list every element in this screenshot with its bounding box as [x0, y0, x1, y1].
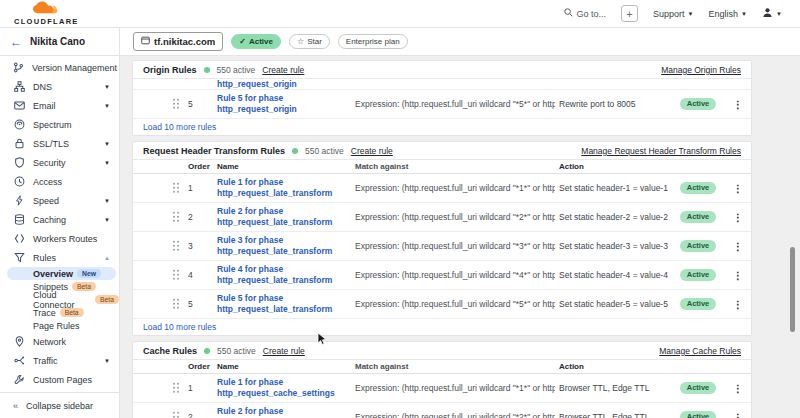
cloudflare-dashboard: CLOUDFLARE Go to... + Support ▼ English …: [0, 0, 800, 418]
match-cell: Expression: (http.request.full_uri wildc…: [353, 270, 555, 280]
match-cell: Expression: (http.request.full_uri wildc…: [353, 241, 555, 251]
scrollbar-thumb[interactable]: [790, 247, 795, 332]
sidebar-item-label: Traffic: [33, 356, 104, 366]
kebab-menu-icon[interactable]: ⋮: [725, 241, 751, 252]
sidebar-item-workers-routes[interactable]: Workers Routes: [0, 229, 119, 248]
drag-handle-icon[interactable]: [133, 98, 185, 110]
rule-name-line: Rule 3 for phase: [217, 235, 353, 246]
add-button[interactable]: +: [621, 5, 638, 22]
sidebar-item-caching[interactable]: Caching▼: [0, 210, 119, 229]
rule-name-link[interactable]: Rule 5 for phasehttp_request_origin: [217, 93, 353, 115]
badge-cell: Active: [671, 182, 725, 194]
drag-handle-icon[interactable]: [133, 382, 185, 394]
chevron-down-icon: ▼: [104, 141, 110, 147]
load-more-link[interactable]: Load 10 more rules: [143, 122, 216, 132]
sidebar-item-network[interactable]: Network: [0, 332, 119, 351]
sidebar-subitem-label: Page Rules: [33, 321, 80, 331]
active-dot-icon: [292, 148, 298, 154]
star-button[interactable]: ☆ Star: [289, 34, 330, 49]
action-cell: Set static header-3 = value-3: [555, 241, 671, 251]
top-bar: CLOUDFLARE Go to... + Support ▼ English …: [0, 0, 800, 28]
sidebar-item-cloud-connector[interactable]: Cloud ConnectorBeta: [0, 293, 119, 306]
section-title: Request Header Transform Rules: [143, 146, 285, 156]
search-icon: [564, 8, 573, 19]
sidebar-item-rules[interactable]: Rules▲: [0, 248, 119, 267]
load-more-link[interactable]: Load 10 more rules: [143, 322, 216, 332]
back-arrow-icon[interactable]: ←: [10, 36, 22, 48]
sidebar-item-page-rules[interactable]: Page Rules: [0, 319, 119, 332]
sidebar-item-traffic[interactable]: Traffic▼: [0, 351, 119, 370]
beta-badge: Beta: [95, 295, 119, 304]
action-cell: Set static header-1 = value-1: [555, 183, 671, 193]
security-icon: [13, 157, 25, 169]
sidebar-item-spectrum[interactable]: Spectrum: [0, 115, 119, 134]
manage-rules-link[interactable]: Manage Origin Rules: [661, 65, 741, 75]
origin-rules-section: Origin Rules550 activeCreate ruleManage …: [132, 60, 752, 136]
rule-name-link[interactable]: Rule 4 for phasehttp_request_late_transf…: [217, 264, 353, 286]
sidebar-item-ssl-tls[interactable]: SSL/TLS▼: [0, 134, 119, 153]
action-cell: Set static header-4 = value-4: [555, 270, 671, 280]
rule-name-link[interactable]: Rule 2 for phasehttp_request_cache_setti…: [217, 406, 353, 418]
sidebar-item-email[interactable]: Email▼: [0, 96, 119, 115]
goto-search[interactable]: Go to...: [564, 8, 607, 19]
kebab-menu-icon[interactable]: ⋮: [725, 412, 751, 418]
top-navigation: Go to... + Support ▼ English ▼ ▼: [564, 5, 782, 22]
badge-cell: Active: [671, 211, 725, 223]
status-badge: Active: [680, 382, 717, 394]
rule-name-link[interactable]: Rule 1 for phasehttp_request_late_transf…: [217, 177, 353, 199]
rule-name-link[interactable]: http_request_origin: [217, 79, 353, 89]
drag-handle-icon[interactable]: [133, 298, 185, 310]
language-menu[interactable]: English ▼: [709, 9, 747, 19]
rule-name-link[interactable]: Rule 2 for phasehttp_request_late_transf…: [217, 206, 353, 228]
support-menu[interactable]: Support ▼: [653, 9, 693, 19]
create-rule-link[interactable]: Create rule: [351, 146, 393, 156]
rule-name-link[interactable]: Rule 5 for phasehttp_request_late_transf…: [217, 293, 353, 315]
sidebar-item-label: Rules: [33, 253, 104, 263]
drag-handle-icon[interactable]: [133, 411, 185, 418]
kebab-menu-icon[interactable]: ⋮: [725, 99, 751, 110]
sidebar-item-overview[interactable]: OverviewNew: [7, 267, 116, 280]
column-header: Match against: [353, 162, 555, 171]
name-cell: Rule 1 for phasehttp_request_late_transf…: [213, 177, 353, 199]
drag-handle-icon[interactable]: [133, 211, 185, 223]
drag-handle-icon[interactable]: [133, 269, 185, 281]
beta-badge: Beta: [60, 308, 84, 317]
manage-rules-link[interactable]: Manage Request Header Transform Rules: [581, 146, 741, 156]
sidebar-item-label: Caching: [33, 215, 104, 225]
domain-chip[interactable]: tf.nikitac.com: [133, 32, 223, 51]
network-icon: [13, 336, 25, 348]
action-cell: Browser TTL, Edge TTL: [555, 412, 671, 418]
create-rule-link[interactable]: Create rule: [262, 65, 304, 75]
sidebar-item-version-management[interactable]: Version Management: [0, 58, 119, 77]
manage-rules-link[interactable]: Manage Cache Rules: [659, 346, 741, 356]
cloudflare-logo[interactable]: CLOUDFLARE: [14, 1, 79, 26]
status-badge: Active: [680, 211, 717, 223]
sidebar-item-dns[interactable]: DNS▼: [0, 77, 119, 96]
table-row: 5Rule 5 for phasehttp_request_originExpr…: [133, 90, 751, 119]
drag-handle-icon[interactable]: [133, 182, 185, 194]
sidebar-item-custom-pages[interactable]: Custom Pages: [0, 370, 119, 389]
kebab-menu-icon[interactable]: ⋮: [725, 383, 751, 394]
rule-name-link[interactable]: Rule 1 for phasehttp_request_cache_setti…: [217, 377, 353, 399]
workers-routes-icon: [13, 233, 25, 245]
kebab-menu-icon[interactable]: ⋮: [725, 183, 751, 194]
order-cell: 1: [185, 183, 213, 193]
sidebar-item-label: Access: [33, 177, 110, 187]
sidebar-item-speed[interactable]: Speed▼: [0, 191, 119, 210]
sidebar-item-security[interactable]: Security▼: [0, 153, 119, 172]
active-dot-icon: [204, 67, 210, 73]
account-menu[interactable]: ▼: [762, 7, 782, 20]
rule-name-line: http_request_late_transform: [217, 304, 353, 315]
traffic-icon: [13, 355, 25, 367]
sidebar-item-access[interactable]: Access: [0, 172, 119, 191]
column-header: Order: [185, 162, 213, 171]
rules-scroll-area[interactable]: Origin Rules550 activeCreate ruleManage …: [120, 56, 800, 418]
collapse-sidebar-button[interactable]: « Collapse sidebar: [0, 392, 119, 418]
drag-handle-icon[interactable]: [133, 240, 185, 252]
kebab-menu-icon[interactable]: ⋮: [725, 299, 751, 310]
rule-name-link[interactable]: Rule 3 for phasehttp_request_late_transf…: [217, 235, 353, 257]
status-badge: Active: [680, 98, 717, 110]
kebab-menu-icon[interactable]: ⋮: [725, 270, 751, 281]
create-rule-link[interactable]: Create rule: [263, 346, 305, 356]
kebab-menu-icon[interactable]: ⋮: [725, 212, 751, 223]
